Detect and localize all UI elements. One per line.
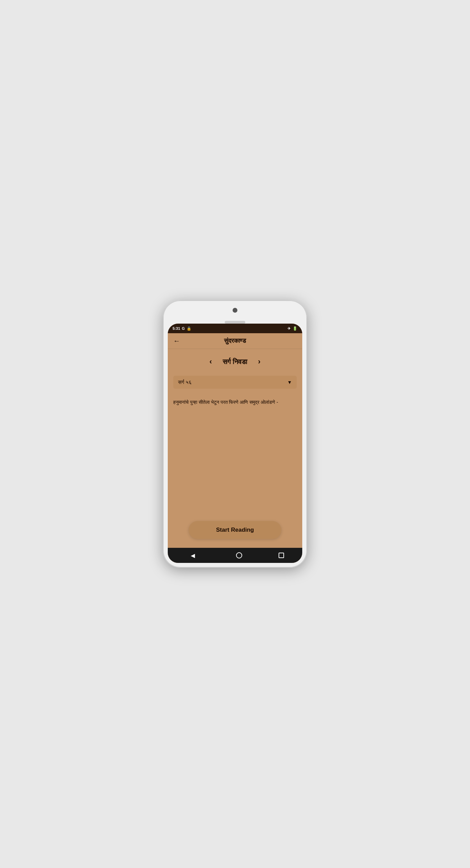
battery-icon: 🔋 [293,326,297,331]
status-g-icon: G [182,326,185,330]
phone-camera [233,308,237,313]
airplane-icon: ✈ [287,326,291,331]
sarg-description: हनुमानांचे पुन्हा सीतेला भेटून परत फिरणे… [173,397,297,407]
nav-recents-button[interactable] [279,553,284,558]
bottom-nav: ◀ [168,548,302,563]
nav-home-button[interactable] [236,552,242,558]
status-bar: 5:31 G 🔒 ✈ 🔋 [168,324,302,333]
phone-screen: 5:31 G 🔒 ✈ 🔋 ← सुंदरकाण्ड ‹ सर्ग निवडा › [168,324,302,563]
phone-device: 5:31 G 🔒 ✈ 🔋 ← सुंदरकाण्ड ‹ सर्ग निवडा › [163,300,307,568]
nav-back-button[interactable]: ◀ [186,552,200,559]
app-header: ← सुंदरकाण्ड [168,333,302,349]
sarg-dropdown[interactable]: सर्ग ५६ ▼ [173,376,297,389]
app-content: ‹ सर्ग निवडा › सर्ग ५६ ▼ हनुमानांचे पुन्… [168,349,302,548]
status-left: 5:31 G 🔒 [173,326,191,331]
status-time: 5:31 [173,326,180,330]
dropdown-arrow-icon: ▼ [287,379,292,385]
page-title: सुंदरकाण्ड [224,337,246,345]
next-sarg-button[interactable]: › [254,357,265,366]
phone-speaker [225,321,245,324]
status-lock-icon: 🔒 [187,326,191,331]
status-right: ✈ 🔋 [287,326,297,331]
sarg-selector-title: सर्ग निवडा [223,358,247,366]
start-reading-button[interactable]: Start Reading [189,521,281,539]
sarg-selector-header: ‹ सर्ग निवडा › [173,354,297,369]
back-button[interactable]: ← [173,337,180,345]
prev-sarg-button[interactable]: ‹ [205,357,216,366]
dropdown-selected-value: सर्ग ५६ [178,379,192,385]
